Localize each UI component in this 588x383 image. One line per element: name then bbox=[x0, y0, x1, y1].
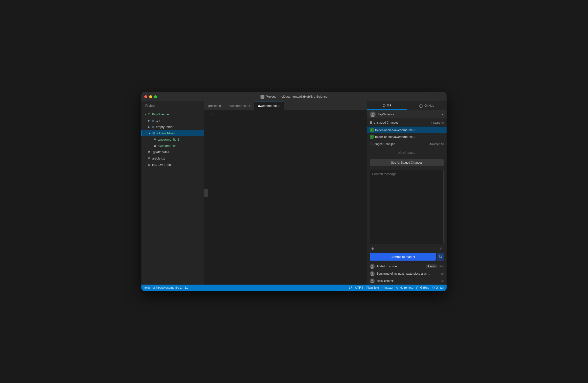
github-status[interactable]: ◯ GitHub bbox=[416, 286, 429, 290]
tree-item-empty-folder[interactable]: ▶ ▤ empty-folder bbox=[141, 124, 204, 130]
minimize-button[interactable] bbox=[149, 95, 152, 98]
tab-awesome-file-1[interactable]: awesome-file-1 bbox=[225, 102, 254, 110]
tree-item-big-science[interactable]: ▼ ⬡ Big-Science bbox=[141, 111, 204, 117]
editor-tabs: article.txt awesome-file-1 awesome-file-… bbox=[204, 101, 367, 110]
git-count-status[interactable]: ⬡ Git (2) bbox=[432, 286, 444, 290]
branch-icon: ⑂ bbox=[382, 286, 384, 290]
cursor-position[interactable]: 1:1 bbox=[185, 286, 189, 290]
stage-all-icon: ↑ bbox=[431, 121, 433, 124]
git-panel-tab-github[interactable]: ◯ GitHub bbox=[407, 101, 447, 110]
expand-arrow: ▶ bbox=[147, 118, 151, 122]
file-icon: 🗎 bbox=[153, 144, 157, 148]
unstaged-file-2[interactable]: + folder-of-files/awesome-file-2 bbox=[367, 133, 447, 140]
recent-commits: Added to article. Undo 19m Beginning of … bbox=[367, 263, 447, 285]
commit-count-badge: 72 bbox=[437, 253, 444, 261]
tab-article-txt[interactable]: article.txt bbox=[204, 102, 225, 110]
git-panel: ⬡ Git ◯ GitHub Big-Scie bbox=[367, 101, 447, 285]
staged-icon: ☰ bbox=[370, 142, 373, 146]
language-status[interactable]: Plain Text bbox=[366, 286, 379, 290]
add-badge: + bbox=[370, 128, 374, 132]
window-title: Project — ~/Documents/GitHub/Big-Science bbox=[261, 95, 328, 99]
tree-item-git[interactable]: ▶ ▤ .git bbox=[141, 117, 204, 124]
remote-status[interactable]: ⊙ No remote bbox=[396, 286, 413, 290]
repo-dropdown-arrow: ▼ bbox=[441, 113, 444, 116]
main-content: Project ▼ ⬡ Big-Science ▶ ▤ .git ▶ bbox=[141, 101, 447, 285]
commit-avatar-3 bbox=[370, 278, 375, 283]
svg-point-1 bbox=[372, 113, 374, 115]
commit-toolbar: ⊕ ⤢ bbox=[370, 246, 444, 251]
stage-all-btn[interactable]: ↑ Stage All bbox=[431, 121, 444, 124]
commit-item-1[interactable]: Added to article. Undo 19m bbox=[367, 263, 447, 270]
github-icon: ◯ bbox=[419, 104, 423, 108]
svg-point-7 bbox=[372, 272, 373, 274]
git-panel-tabs: ⬡ Git ◯ GitHub bbox=[367, 101, 447, 110]
line-numbers: 1 bbox=[204, 110, 216, 285]
repo-avatar bbox=[370, 112, 376, 117]
sidebar-header: Project bbox=[141, 101, 204, 110]
maximize-button[interactable] bbox=[154, 95, 157, 98]
unstage-all-icon: ↓ bbox=[428, 142, 430, 145]
statusbar-left: folder-of-files/awesome-file-2 1:1 bbox=[144, 286, 189, 290]
line-ending-status[interactable]: LF bbox=[349, 286, 352, 290]
git-panel-tab-git[interactable]: ⬡ Git bbox=[367, 101, 407, 110]
expand-arrow: ▶ bbox=[147, 125, 151, 129]
tree-item-folder-of-files[interactable]: ▼ ▤ folder-of-files bbox=[141, 130, 204, 136]
file-icon: 🗎 bbox=[153, 137, 157, 141]
unstaged-file-1[interactable]: + folder-of-files/awesome-file-1 bbox=[367, 127, 447, 133]
window-icon bbox=[261, 95, 264, 99]
commit-btn-row: Commit to master 72 bbox=[370, 253, 444, 261]
tree-item-awesome-file-1[interactable]: 🗎 awesome-file-1 bbox=[141, 136, 204, 142]
encoding-status[interactable]: UTF-8 bbox=[355, 286, 363, 290]
close-button[interactable] bbox=[144, 95, 147, 98]
editor-area: ‹ ‹ article.txt awesome-file-1 awesome-f… bbox=[204, 101, 367, 285]
repo-icon: ⬡ bbox=[147, 112, 151, 116]
file-path-status[interactable]: folder-of-files/awesome-file-2 bbox=[144, 286, 182, 290]
tree-item-readme[interactable]: ⊞ README.md bbox=[141, 161, 204, 168]
statusbar-right: LF UTF-8 Plain Text ⑂ master ⊙ No remote… bbox=[349, 286, 444, 290]
commit-area: ⊕ ⤢ Commit to master 72 bbox=[367, 168, 447, 263]
expand-icon[interactable]: ⤢ bbox=[438, 246, 444, 251]
folder-icon: ▤ bbox=[152, 131, 155, 135]
sidebar-collapse-handle[interactable]: ‹ bbox=[204, 189, 208, 197]
remote-icon: ⊙ bbox=[396, 286, 399, 290]
tree-item-gitattributes[interactable]: 🗎 .gitattributes bbox=[141, 149, 204, 155]
statusbar: folder-of-files/awesome-file-2 1:1 LF UT… bbox=[141, 285, 447, 291]
folder-icon: ▤ bbox=[151, 118, 155, 122]
file-tree: ▼ ⬡ Big-Science ▶ ▤ .git ▶ ▤ empty-folde… bbox=[141, 110, 204, 285]
tree-item-article-txt[interactable]: 🗎 article.txt bbox=[141, 155, 204, 161]
staged-section: ☰ Staged Changes ↓ Unstage All No change… bbox=[367, 140, 447, 168]
editor-body: 1 bbox=[204, 110, 367, 285]
repo-selector[interactable]: Big-Science ▼ bbox=[367, 110, 447, 119]
commit-message-input[interactable] bbox=[370, 170, 444, 244]
branch-status[interactable]: ⑂ master bbox=[382, 286, 394, 290]
avatar-image bbox=[370, 112, 376, 117]
commit-avatar-1 bbox=[370, 264, 375, 269]
staged-actions: ↓ Unstage All bbox=[428, 142, 444, 145]
commit-to-master-button[interactable]: Commit to master bbox=[370, 253, 436, 261]
editor-content[interactable] bbox=[216, 110, 367, 285]
readme-icon: ⊞ bbox=[147, 163, 151, 167]
git-icon: ⬡ bbox=[383, 104, 386, 107]
git-count-icon: ⬡ bbox=[432, 286, 435, 290]
unstage-all-btn[interactable]: ↓ Unstage All bbox=[428, 142, 444, 145]
staged-section-header: ☰ Staged Changes ↓ Unstage All bbox=[367, 140, 447, 148]
tree-item-awesome-file-2[interactable]: 🗎 awesome-file-2 bbox=[141, 142, 204, 149]
traffic-lights bbox=[144, 95, 157, 98]
expand-arrow: ▼ bbox=[143, 112, 147, 116]
expand-arrow: ▼ bbox=[148, 131, 152, 135]
see-all-staged-btn[interactable]: See All Staged Changes bbox=[370, 159, 444, 166]
commit-item-2[interactable]: Beginning of my next masterpiece articl…… bbox=[367, 270, 447, 277]
commit-avatar-2 bbox=[370, 271, 375, 276]
titlebar: Project — ~/Documents/GitHub/Big-Science bbox=[141, 92, 447, 101]
file-icon: 🗎 bbox=[147, 156, 151, 160]
commit-item-3[interactable]: Initial commit 7d bbox=[367, 277, 447, 285]
svg-point-4 bbox=[372, 265, 373, 267]
tab-awesome-file-2[interactable]: awesome-file-2 bbox=[254, 102, 284, 110]
staged-empty-label: No changes bbox=[367, 148, 447, 157]
undo-button-1[interactable]: Undo bbox=[426, 265, 436, 268]
unstaged-dash-btn[interactable]: — bbox=[426, 121, 429, 124]
add-badge: + bbox=[370, 135, 374, 139]
add-co-author-icon[interactable]: ⊕ bbox=[370, 246, 376, 251]
unstaged-section-header: ☰ Unstaged Changes — ↑ Stage All bbox=[367, 119, 447, 127]
sidebar: Project ▼ ⬡ Big-Science ▶ ▤ .git ▶ bbox=[141, 101, 204, 285]
